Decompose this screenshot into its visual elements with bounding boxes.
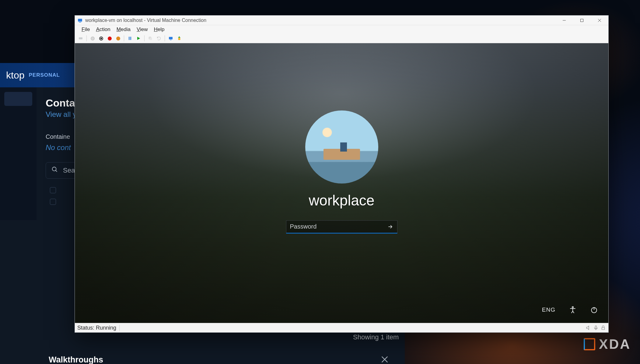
vm-display[interactable]: workplace ENG [75, 43, 608, 323]
speaker-icon [586, 325, 591, 331]
toolbar-separator [165, 35, 165, 41]
svg-marker-13 [137, 37, 140, 40]
search-placeholder: Sea [63, 166, 75, 174]
vmc-menubar: File Action Media View Help [75, 25, 608, 34]
vmc-window: workplace-vm on localhost - Virtual Mach… [75, 15, 609, 333]
password-submit-button[interactable] [384, 221, 397, 233]
password-input[interactable] [286, 223, 384, 230]
xda-watermark: XDA [584, 337, 631, 352]
svg-marker-19 [178, 36, 180, 38]
toolbar-separator [86, 35, 87, 41]
svg-line-1 [56, 170, 57, 172]
svg-rect-5 [79, 22, 81, 23]
accessibility-button[interactable] [569, 306, 577, 314]
svg-rect-17 [170, 40, 171, 40]
power-button[interactable] [590, 306, 598, 314]
svg-rect-10 [79, 37, 82, 40]
toolbar-separator [124, 35, 124, 41]
toolbar-shutdown-button[interactable] [114, 34, 122, 42]
lock-icon [600, 325, 606, 331]
xda-logo-icon [584, 338, 595, 350]
svg-rect-12 [130, 37, 131, 40]
vmc-toolbar [75, 34, 608, 43]
toolbar-checkpoint-button[interactable] [146, 34, 154, 42]
walkthroughs-heading: Walkthroughs [49, 355, 103, 364]
svg-rect-11 [129, 37, 130, 40]
microphone-icon [593, 325, 599, 331]
svg-point-21 [572, 306, 573, 308]
menu-file[interactable]: File [79, 26, 93, 33]
docker-edition-tag: PERSONAL [29, 72, 60, 78]
toolbar-turn-off-button[interactable] [106, 34, 114, 42]
results-count: Showing 1 item [353, 333, 414, 341]
svg-rect-4 [78, 19, 82, 21]
toolbar-ctrl-alt-del-button[interactable] [77, 34, 85, 42]
svg-rect-25 [595, 326, 597, 328]
vmc-app-icon [77, 18, 83, 23]
window-maximize-button[interactable] [573, 16, 591, 25]
input-language-button[interactable]: ENG [542, 306, 555, 313]
menu-help[interactable]: Help [151, 26, 168, 33]
svg-marker-24 [586, 326, 589, 330]
sidebar-item-containers[interactable] [4, 92, 32, 106]
toolbar-resume-button[interactable] [135, 34, 142, 42]
svg-rect-27 [602, 327, 605, 330]
toolbar-separator [144, 35, 145, 41]
select-all-checkbox[interactable] [50, 187, 56, 193]
toolbar-enhanced-session-button[interactable] [167, 34, 175, 42]
vmc-statusbar: Status: Running [75, 323, 608, 332]
row-checkbox[interactable] [50, 199, 56, 205]
toolbar-revert-button[interactable] [155, 34, 163, 42]
svg-point-0 [52, 167, 56, 171]
docker-sidebar [0, 87, 37, 220]
menu-media[interactable]: Media [114, 26, 134, 33]
username-label: workplace [309, 192, 374, 209]
walkthroughs-close-button[interactable] [380, 355, 389, 364]
svg-rect-15 [149, 37, 152, 40]
menu-action[interactable]: Action [93, 26, 113, 33]
toolbar-start-button[interactable] [89, 34, 96, 42]
user-avatar [305, 110, 378, 184]
svg-rect-7 [581, 19, 583, 22]
menu-view[interactable]: View [134, 26, 151, 33]
toolbar-share-button[interactable] [175, 34, 183, 42]
docker-brand: ktop [6, 70, 24, 81]
xda-logo-text: XDA [599, 337, 631, 352]
search-icon [51, 166, 58, 175]
svg-rect-18 [178, 38, 180, 40]
toolbar-pause-button[interactable] [126, 34, 134, 42]
toolbar-stop-button[interactable] [97, 34, 105, 42]
status-text: Status: Running [77, 325, 120, 331]
vmc-titlebar: workplace-vm on localhost - Virtual Mach… [75, 16, 608, 25]
svg-rect-16 [169, 37, 173, 39]
window-close-button[interactable] [591, 16, 608, 25]
window-title: workplace-vm on localhost - Virtual Mach… [85, 18, 555, 23]
window-minimize-button[interactable] [555, 16, 573, 25]
